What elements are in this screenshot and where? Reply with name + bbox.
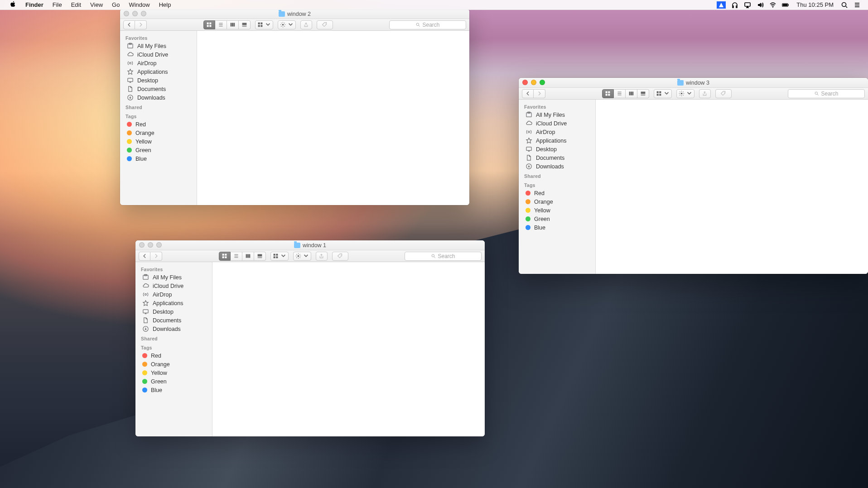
- sidebar-tag[interactable]: Green: [120, 146, 197, 154]
- sidebar-item[interactable]: Desktop: [519, 145, 595, 153]
- sidebar-item[interactable]: Desktop: [120, 76, 197, 85]
- menubar-clock[interactable]: Thu 10:25 PM: [796, 1, 834, 8]
- action-gear-button[interactable]: [278, 20, 296, 29]
- search-input[interactable]: Search: [788, 89, 865, 98]
- traffic-close-button[interactable]: [139, 242, 145, 248]
- view-coverflow-button[interactable]: [254, 252, 266, 261]
- sidebar-tag[interactable]: Yellow: [120, 137, 197, 146]
- view-icon-button[interactable]: [602, 89, 614, 98]
- nav-forward-button[interactable]: [135, 20, 147, 29]
- wifi-icon[interactable]: [769, 1, 776, 9]
- tags-button[interactable]: [332, 252, 348, 261]
- view-column-button[interactable]: [242, 252, 254, 261]
- share-button[interactable]: [699, 89, 711, 98]
- nav-back-button[interactable]: [522, 89, 534, 98]
- sidebar-item[interactable]: Applications: [120, 67, 197, 76]
- volume-icon[interactable]: [757, 1, 764, 9]
- content-area[interactable]: [212, 262, 485, 436]
- sidebar-item[interactable]: iCloud Drive: [135, 282, 212, 290]
- sidebar-tag[interactable]: Yellow: [519, 206, 595, 215]
- view-column-button[interactable]: [626, 89, 637, 98]
- view-coverflow-button[interactable]: [637, 89, 649, 98]
- content-area[interactable]: [596, 100, 868, 274]
- arrange-button[interactable]: [654, 89, 672, 98]
- sidebar-item[interactable]: Desktop: [135, 307, 212, 316]
- arrange-button[interactable]: [255, 20, 273, 29]
- view-list-button[interactable]: [614, 89, 626, 98]
- view-icon-button[interactable]: [203, 20, 215, 29]
- sidebar-tag[interactable]: Orange: [519, 197, 595, 206]
- arrange-button[interactable]: [270, 252, 289, 261]
- sidebar-tag[interactable]: Orange: [120, 129, 197, 137]
- sidebar-tag[interactable]: Green: [519, 215, 595, 223]
- view-column-button[interactable]: [227, 20, 239, 29]
- traffic-min-button[interactable]: [148, 242, 153, 248]
- share-button[interactable]: [316, 252, 328, 261]
- headphones-icon[interactable]: [731, 1, 738, 9]
- sidebar-tag[interactable]: Blue: [135, 386, 212, 394]
- sidebar-item[interactable]: iCloud Drive: [519, 119, 595, 128]
- menu-window[interactable]: Window: [129, 1, 149, 8]
- sidebar-tag[interactable]: Orange: [135, 360, 212, 368]
- sidebar-tag[interactable]: Red: [519, 189, 595, 197]
- traffic-max-button[interactable]: [156, 242, 162, 248]
- view-coverflow-button[interactable]: [239, 20, 251, 29]
- traffic-close-button[interactable]: [522, 80, 528, 85]
- sidebar-item[interactable]: Documents: [135, 316, 212, 325]
- menu-go[interactable]: Go: [112, 1, 120, 8]
- sidebar-item[interactable]: All My Files: [519, 110, 595, 119]
- share-button[interactable]: [300, 20, 312, 29]
- menu-help[interactable]: Help: [159, 1, 171, 8]
- spotlight-icon[interactable]: [841, 1, 848, 9]
- menu-edit[interactable]: Edit: [71, 1, 81, 8]
- sidebar-item[interactable]: AirDrop: [519, 128, 595, 136]
- traffic-max-button[interactable]: [540, 80, 545, 85]
- sidebar-tag[interactable]: Yellow: [135, 368, 212, 377]
- titlebar[interactable]: window 2: [120, 9, 469, 19]
- sidebar-item[interactable]: All My Files: [120, 42, 197, 50]
- tags-button[interactable]: [715, 89, 732, 98]
- sidebar-tag[interactable]: Red: [120, 120, 197, 129]
- content-area[interactable]: [197, 31, 469, 205]
- apple-menu[interactable]: [10, 1, 16, 9]
- view-list-button[interactable]: [215, 20, 227, 29]
- sidebar-item[interactable]: Downloads: [120, 93, 197, 102]
- sidebar-item[interactable]: iCloud Drive: [120, 50, 197, 59]
- sidebar-item[interactable]: Documents: [519, 153, 595, 162]
- sidebar-tag[interactable]: Red: [135, 351, 212, 360]
- sidebar-item[interactable]: AirDrop: [135, 290, 212, 299]
- finder-window[interactable]: window 3SearchFavorites All My Files iCl…: [519, 78, 868, 274]
- nav-forward-button[interactable]: [534, 89, 545, 98]
- finder-window[interactable]: window 2SearchFavorites All My Files iCl…: [120, 9, 469, 205]
- action-gear-button[interactable]: [293, 252, 311, 261]
- sidebar-tag[interactable]: Blue: [519, 223, 595, 232]
- titlebar[interactable]: window 1: [135, 240, 485, 250]
- sidebar-tag[interactable]: Green: [135, 377, 212, 386]
- sidebar-item[interactable]: AirDrop: [120, 59, 197, 67]
- view-icon-button[interactable]: [219, 252, 231, 261]
- menubar-app-name[interactable]: Finder: [25, 1, 43, 8]
- tags-button[interactable]: [317, 20, 333, 29]
- sidebar-item[interactable]: All My Files: [135, 273, 212, 282]
- search-input[interactable]: Search: [405, 252, 482, 261]
- traffic-min-button[interactable]: [531, 80, 536, 85]
- traffic-min-button[interactable]: [132, 11, 138, 16]
- sidebar-item[interactable]: Downloads: [519, 162, 595, 171]
- sidebar-item[interactable]: Applications: [135, 299, 212, 307]
- menubar-extra-blue[interactable]: [717, 1, 726, 9]
- nav-forward-button[interactable]: [150, 252, 162, 261]
- nav-back-button[interactable]: [123, 20, 135, 29]
- finder-window[interactable]: window 1SearchFavorites All My Files iCl…: [135, 240, 485, 436]
- traffic-close-button[interactable]: [124, 11, 129, 16]
- battery-icon[interactable]: [782, 1, 789, 9]
- menu-view[interactable]: View: [90, 1, 103, 8]
- sidebar-item[interactable]: Applications: [519, 136, 595, 145]
- action-gear-button[interactable]: [676, 89, 694, 98]
- titlebar[interactable]: window 3: [519, 78, 868, 88]
- traffic-max-button[interactable]: [141, 11, 146, 16]
- airplay-icon[interactable]: [744, 1, 751, 9]
- view-list-button[interactable]: [231, 252, 242, 261]
- sidebar-tag[interactable]: Blue: [120, 154, 197, 163]
- notification-center-icon[interactable]: [854, 1, 861, 9]
- sidebar-item[interactable]: Downloads: [135, 325, 212, 333]
